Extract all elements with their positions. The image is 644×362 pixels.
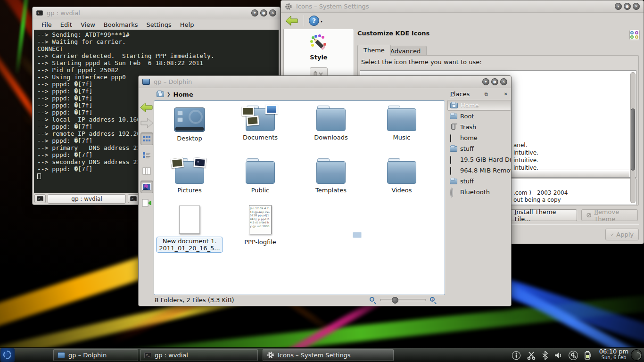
folder-item-documents[interactable]: Documents [225, 104, 296, 155]
overview-button[interactable] [629, 30, 640, 40]
folder-item-public[interactable]: Public [225, 156, 296, 207]
folder-item-music[interactable]: Music [366, 104, 437, 155]
clock[interactable]: 06:10 pm Sun, 6 Feb [599, 348, 629, 360]
select-theme-text: Select the icon theme you want to use: [361, 58, 482, 66]
zoom-slider[interactable] [380, 299, 426, 301]
dolphin-statusbar: 8 Folders, 2 Files (3.3 KiB) − + [139, 294, 511, 306]
float-panel-icon[interactable]: ⧉ [483, 91, 489, 97]
place-bluetooth[interactable]: Bluetooth [447, 187, 511, 197]
home-folder-icon [450, 103, 458, 108]
place-hard-drive[interactable]: 19.5 GiB Hard Drive [447, 154, 511, 165]
minimize-button[interactable]: ▾ [615, 3, 622, 10]
menu-view[interactable]: View [76, 21, 99, 29]
zoom-out-icon[interactable]: − [370, 297, 376, 304]
back-button[interactable] [285, 15, 299, 26]
task-system-settings[interactable]: Icons – System Settings [263, 349, 394, 361]
maximize-button[interactable]: ● [624, 3, 631, 10]
task-wvdial[interactable]: >_ gp : wvdial [140, 349, 258, 361]
menu-settings[interactable]: Settings [142, 21, 175, 29]
theme-list-scrollbar[interactable] [630, 72, 636, 203]
panel-cashew-button[interactable] [631, 349, 642, 361]
folder-item-desktop[interactable]: Desktop [154, 104, 225, 155]
breadcrumb-home[interactable]: Home [173, 91, 193, 98]
folder-item-templates[interactable]: Templates [296, 156, 366, 207]
scrollbar-thumb[interactable] [631, 108, 635, 171]
apply-button[interactable]: Apply [605, 229, 639, 240]
style-item[interactable]: Style [284, 29, 354, 61]
place-stuff[interactable]: stuff [447, 143, 511, 154]
help-button[interactable]: ?▾ [309, 16, 319, 26]
trash-icon [451, 124, 455, 130]
usb-device-icon[interactable] [568, 350, 578, 361]
status-text: 8 Folders, 2 Files (3.3 KiB) [155, 296, 234, 304]
selected-file-label: New document 1.2011_01_20_16_5... [156, 237, 223, 253]
check-icon [611, 232, 613, 237]
columns-view-icon [142, 167, 151, 175]
split-view-button[interactable] [140, 197, 153, 209]
place-root[interactable]: Root [447, 111, 511, 122]
task-dolphin[interactable]: gp – Dolphin [53, 349, 138, 361]
clipboard-scissors-icon[interactable] [527, 351, 536, 360]
dropdown-caret-icon: ▾ [321, 17, 322, 26]
terminal-menubar: File Edit View Bookmarks Settings Help [33, 19, 280, 30]
menu-edit[interactable]: Edit [56, 21, 76, 29]
place-trash[interactable]: Trash [447, 122, 511, 132]
minimize-button[interactable]: ▾ [251, 9, 258, 16]
maximize-button[interactable]: ● [260, 9, 267, 16]
icons-view-button[interactable] [140, 132, 153, 145]
place-home-partition[interactable]: home [447, 132, 511, 143]
new-tab-button[interactable]: >_ [34, 194, 46, 203]
menu-help[interactable]: Help [176, 21, 198, 29]
tab-theme[interactable]: Theme [357, 45, 391, 56]
maximize-button[interactable]: ● [491, 78, 498, 85]
zoom-in-icon[interactable]: + [430, 297, 437, 304]
remove-theme-button[interactable]: Remove Theme [581, 209, 638, 221]
close-panel-icon[interactable]: ✕ [503, 91, 509, 97]
info-tray-icon[interactable] [512, 351, 521, 360]
forward-button[interactable] [140, 117, 154, 129]
file-item-new-document[interactable]: New document 1.2011_01_20_16_5... [154, 204, 225, 260]
terminal-icon: >_ [144, 352, 151, 358]
slider-thumb[interactable] [392, 297, 398, 304]
folder-icon [387, 161, 416, 184]
install-theme-button[interactable]: Install Theme File... [500, 209, 577, 221]
file-item-ppp-logfile[interactable]: Jan 17 09:4 7:18 gp-Asp ire-5738 pp pd[1… [225, 204, 296, 260]
preview-button[interactable] [140, 181, 153, 193]
folder-item-videos[interactable]: Videos [366, 156, 437, 207]
dolphin-titlebar[interactable]: gp – Dolphin ▾ ● ✕ [139, 76, 511, 88]
menu-file[interactable]: File [37, 21, 56, 29]
theme-list-item[interactable]: anel. [513, 142, 528, 148]
columns-view-button[interactable] [140, 165, 153, 177]
split-tab-button[interactable]: >_ [128, 194, 139, 203]
dolphin-toolbar [140, 101, 154, 209]
terminal-titlebar[interactable]: >_ gp : wvdial ▾ ● ✕ [33, 7, 280, 19]
settings-toolbar: ?▾ [281, 13, 644, 29]
theme-list-item[interactable]: intuitive. [513, 157, 538, 164]
back-button[interactable] [140, 101, 154, 114]
settings-titlebar[interactable]: Icons – System Settings ▾ ● ✕ [281, 0, 644, 13]
place-removable[interactable]: 964.8 MiB Remov... [447, 165, 511, 176]
close-button[interactable]: ✕ [633, 3, 640, 10]
volume-icon[interactable] [554, 351, 562, 360]
app-launcher-button[interactable] [0, 348, 15, 362]
folder-item-downloads[interactable]: Downloads [296, 104, 366, 155]
battery-icon[interactable] [584, 351, 592, 360]
menu-bookmarks[interactable]: Bookmarks [99, 21, 142, 29]
details-view-button[interactable] [140, 148, 153, 161]
clock-time: 06:10 pm [599, 348, 629, 355]
clock-date: Sun, 6 Feb [599, 355, 629, 360]
theme-list-item[interactable]: intuitive. [513, 149, 538, 156]
place-stuff2[interactable]: stuff [447, 176, 511, 187]
minimize-button[interactable]: ▾ [482, 78, 489, 85]
dolphin-icon [142, 79, 150, 85]
description-line: .com ) - 2003-2004 [513, 189, 568, 196]
terminal-tab[interactable]: gp : wvdial [48, 194, 126, 204]
file-view[interactable]: Desktop Documents Downloads Music [154, 100, 445, 295]
close-button[interactable]: ✕ [500, 78, 507, 85]
close-button[interactable]: ✕ [269, 9, 276, 16]
bluetooth-icon[interactable] [542, 351, 548, 360]
home-folder-icon[interactable] [157, 91, 164, 97]
place-home[interactable]: Home [447, 100, 511, 111]
folder-item-pictures[interactable]: Pictures [154, 156, 225, 207]
text-preview-icon: Jan 17 09:4 7:18 gp-Asp ire-5738 pp pd[1… [249, 205, 272, 234]
